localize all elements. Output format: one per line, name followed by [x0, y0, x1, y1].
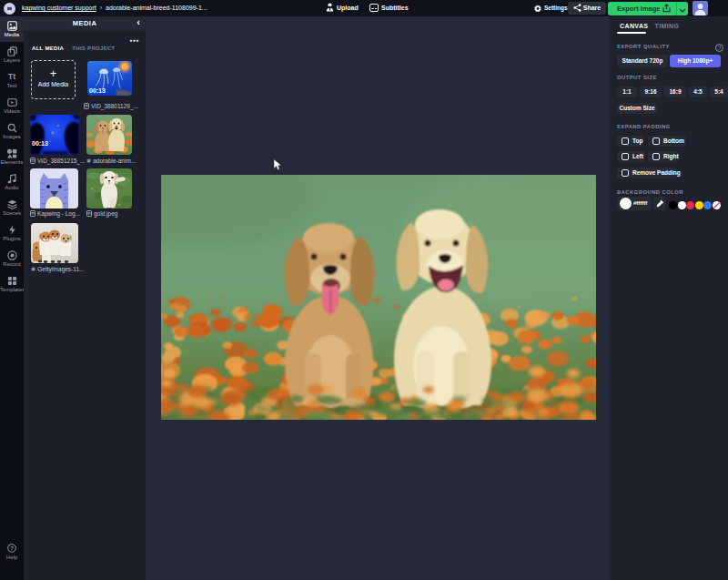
svg-text:?: ? — [10, 545, 14, 551]
svg-text:00:13: 00:13 — [32, 140, 48, 147]
svg-text:00:13: 00:13 — [89, 87, 106, 94]
